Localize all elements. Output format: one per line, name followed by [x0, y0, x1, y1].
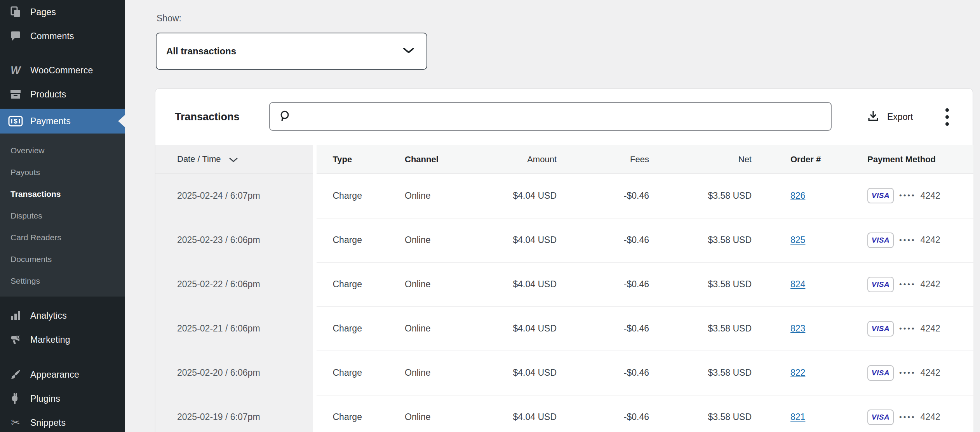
cell-channel: Online [385, 307, 462, 351]
visa-badge: VISA [867, 409, 894, 425]
table-row: 2025-02-21 / 6:06pm Charge Online $4.04 … [155, 307, 973, 351]
cell-payment-method: VISA••••4242 [830, 174, 973, 218]
table-header-row: Date / Time Type Channel Amount Fees Net… [155, 145, 973, 174]
analytics-icon [8, 309, 23, 322]
card-brand: VISA [872, 324, 889, 333]
visa-badge: VISA [867, 365, 894, 381]
card-brand: VISA [872, 236, 889, 245]
column-header-net: Net [650, 145, 752, 174]
sidebar-item-comments[interactable]: Comments [0, 24, 125, 48]
cell-date: 2025-02-23 / 6:06pm [155, 218, 315, 262]
sidebar-item-plugins[interactable]: Plugins [0, 387, 125, 411]
filter-selected-value: All transactions [166, 46, 402, 57]
sidebar-item-label: Snippets [30, 418, 66, 428]
cell-amount: $4.04 USD [462, 307, 557, 351]
cell-net: $3.58 USD [650, 262, 752, 307]
plugins-icon [8, 392, 23, 405]
cell-fees: -$0.46 [557, 218, 650, 262]
payments-icon: $ [8, 115, 23, 127]
marketing-icon [8, 333, 23, 346]
sidebar-item-label: Comments [30, 31, 74, 42]
cell-type: Charge [315, 262, 385, 307]
cell-order: 825 [752, 218, 830, 262]
card-brand: VISA [872, 369, 889, 377]
sidebar-item-pages[interactable]: Pages [0, 0, 125, 24]
submenu-item-disputes[interactable]: Disputes [0, 205, 125, 227]
card-dots: •••• [899, 236, 916, 245]
submenu-item-card-readers[interactable]: Card Readers [0, 227, 125, 248]
sidebar-item-woocommerce[interactable]: W WooCommerce [0, 58, 125, 82]
cell-order: 823 [752, 307, 830, 351]
cell-fees: -$0.46 [557, 395, 650, 432]
order-link[interactable]: 823 [790, 323, 805, 333]
transactions-table: Date / Time Type Channel Amount Fees Net… [155, 145, 973, 432]
sidebar-item-appearance[interactable]: Appearance [0, 363, 125, 387]
sidebar-item-label: Products [30, 89, 66, 100]
sidebar-item-analytics[interactable]: Analytics [0, 304, 125, 328]
column-header-payment-method: Payment Method [830, 145, 973, 174]
column-header-date-time[interactable]: Date / Time [155, 145, 315, 174]
visa-badge: VISA [867, 321, 894, 337]
export-button[interactable]: Export [866, 89, 913, 145]
cell-amount: $4.04 USD [462, 174, 557, 218]
card-dots: •••• [899, 280, 916, 289]
sidebar-item-label: Appearance [30, 370, 79, 380]
card-dots: •••• [899, 324, 916, 333]
admin-sidebar: Pages Comments W WooCommerce Products $ … [0, 0, 125, 432]
order-link[interactable]: 826 [790, 191, 805, 201]
card-last4: 4242 [921, 368, 940, 378]
cell-payment-method: VISA••••4242 [830, 395, 973, 432]
order-link[interactable]: 822 [790, 368, 805, 378]
cell-channel: Online [385, 174, 462, 218]
submenu-item-documents[interactable]: Documents [0, 248, 125, 270]
wp-admin-page: Pages Comments W WooCommerce Products $ … [0, 0, 980, 432]
menu-separator [0, 352, 125, 363]
cell-amount: $4.04 USD [462, 351, 557, 395]
sort-chevron-down-icon [229, 154, 238, 165]
submenu-item-payouts[interactable]: Payouts [0, 161, 125, 183]
sidebar-item-marketing[interactable]: Marketing [0, 328, 125, 352]
more-options-button[interactable] [939, 89, 955, 145]
cell-date: 2025-02-22 / 6:06pm [155, 262, 315, 307]
cell-net: $3.58 USD [650, 395, 752, 432]
cell-fees: -$0.46 [557, 351, 650, 395]
sidebar-item-payments[interactable]: $ Payments [0, 109, 125, 134]
cell-type: Charge [315, 218, 385, 262]
transactions-filter-select[interactable]: All transactions [156, 33, 427, 70]
column-header-type: Type [315, 145, 385, 174]
cell-channel: Online [385, 351, 462, 395]
svg-text:$: $ [14, 118, 17, 125]
sidebar-item-label: Plugins [30, 394, 60, 404]
show-filter-label: Show: [157, 13, 181, 24]
sidebar-item-products[interactable]: Products [0, 82, 125, 106]
cell-order: 826 [752, 174, 830, 218]
payments-submenu: Overview Payouts Transactions Disputes C… [0, 134, 125, 297]
cell-fees: -$0.46 [557, 174, 650, 218]
submenu-item-overview[interactable]: Overview [0, 140, 125, 161]
card-topbar: Transactions Export [155, 89, 973, 145]
card-brand: VISA [872, 413, 889, 422]
search-wrap [269, 102, 832, 131]
card-last4: 4242 [921, 191, 940, 201]
sidebar-item-snippets[interactable]: ✂ Snippets [0, 411, 125, 432]
order-link[interactable]: 825 [790, 235, 805, 245]
submenu-item-transactions[interactable]: Transactions [0, 183, 125, 205]
header-label: Date / Time [177, 154, 221, 164]
order-link[interactable]: 821 [790, 412, 805, 422]
woocommerce-icon: W [8, 65, 23, 76]
cell-net: $3.58 USD [650, 174, 752, 218]
cell-net: $3.58 USD [650, 351, 752, 395]
pages-icon [8, 6, 23, 18]
menu-separator [0, 48, 125, 58]
card-brand: VISA [872, 280, 889, 289]
table-row: 2025-02-22 / 6:06pm Charge Online $4.04 … [155, 262, 973, 307]
cell-fees: -$0.46 [557, 262, 650, 307]
card-dots: •••• [899, 369, 916, 377]
kebab-dot [945, 122, 949, 126]
table-row: 2025-02-20 / 6:06pm Charge Online $4.04 … [155, 351, 973, 395]
cell-type: Charge [315, 395, 385, 432]
sidebar-item-label: Pages [30, 7, 56, 17]
search-input[interactable] [269, 102, 832, 131]
order-link[interactable]: 824 [790, 279, 805, 289]
submenu-item-settings[interactable]: Settings [0, 270, 125, 292]
